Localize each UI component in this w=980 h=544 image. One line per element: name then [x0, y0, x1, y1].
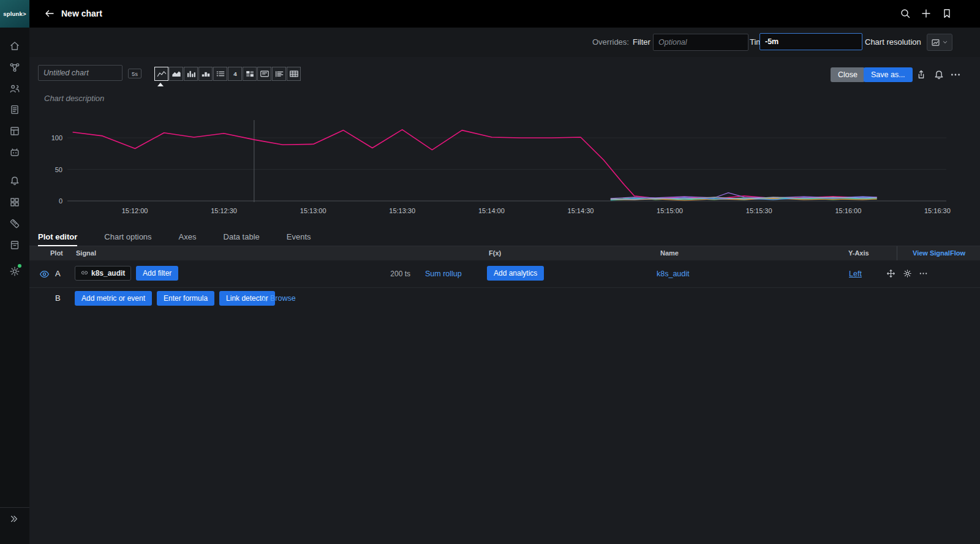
- chart-frame-icon: [931, 38, 940, 47]
- chart-type-single-value-icon[interactable]: 4: [228, 67, 242, 81]
- tab-plot-editor[interactable]: Plot editor: [38, 229, 77, 246]
- chart-type-text-icon[interactable]: [257, 67, 271, 81]
- rollup-link[interactable]: Sum rollup: [425, 260, 462, 287]
- time-range-input[interactable]: [760, 33, 862, 50]
- sidebar-item-settings[interactable]: [0, 261, 29, 282]
- chart-type-heatmap-icon[interactable]: [243, 67, 257, 81]
- link-icon: [81, 270, 88, 277]
- svg-text:15:16:30: 15:16:30: [924, 207, 951, 214]
- header-signal: Signal: [76, 246, 96, 260]
- filter-input[interactable]: [653, 34, 748, 51]
- header-yaxis: Y-Axis: [848, 246, 869, 260]
- resolution-badge: 5s: [128, 69, 141, 78]
- svg-text:15:15:00: 15:15:00: [657, 207, 683, 214]
- signal-name-link[interactable]: k8s_audit: [657, 260, 690, 287]
- yaxis-left-link[interactable]: Left: [849, 260, 862, 287]
- top-bar: New chart: [29, 0, 980, 28]
- bell-icon[interactable]: [933, 69, 944, 80]
- tab-events[interactable]: Events: [287, 229, 311, 246]
- svg-text:15:16:00: 15:16:00: [835, 207, 861, 214]
- browse-label: Browse: [270, 294, 296, 303]
- sidebar-item-data-management[interactable]: [0, 235, 29, 255]
- tab-axes[interactable]: Axes: [179, 229, 197, 246]
- svg-text:15:13:00: 15:13:00: [300, 207, 326, 214]
- page-title: New chart: [61, 0, 102, 28]
- sidebar-item-metrics[interactable]: [0, 192, 29, 213]
- add-metric-or-event-button[interactable]: Add metric or event: [75, 291, 152, 306]
- tab-data-table[interactable]: Data table: [224, 229, 260, 246]
- chart-canvas[interactable]: 05010015:12:0015:12:3015:13:0015:13:3015…: [37, 115, 953, 221]
- signal-chip[interactable]: k8s_audit: [75, 266, 131, 281]
- plus-icon[interactable]: [921, 8, 932, 19]
- chart-title-input[interactable]: [38, 65, 123, 81]
- add-analytics-button[interactable]: Add analytics: [487, 266, 544, 281]
- svg-text:100: 100: [51, 134, 62, 142]
- filter-label: Filter: [633, 28, 650, 57]
- sidebar-item-synthetics[interactable]: [0, 142, 29, 163]
- enter-formula-button[interactable]: Enter formula: [157, 291, 214, 306]
- splunk-logo[interactable]: splunk>: [0, 0, 29, 28]
- chart-type-line-icon[interactable]: [154, 67, 168, 81]
- close-button[interactable]: Close: [831, 67, 865, 82]
- header-fx: F(x): [489, 246, 501, 260]
- svg-text:15:12:00: 15:12:00: [122, 207, 148, 214]
- svg-text:50: 50: [55, 166, 62, 173]
- notification-dot: [18, 264, 21, 268]
- svg-text:4: 4: [233, 70, 237, 77]
- plot-table-header: Plot Signal F(x) Name Y-Axis View Signal…: [29, 246, 980, 260]
- plot-row-a: A k8s_audit Add filter 200 ts Sum rollup…: [29, 260, 980, 288]
- timeseries-count: 200 ts: [372, 260, 410, 287]
- search-icon[interactable]: [900, 8, 911, 19]
- svg-text:15:13:30: 15:13:30: [389, 207, 415, 214]
- view-signalflow-link[interactable]: View SignalFlow: [897, 246, 980, 260]
- magnifier-icon: [260, 295, 268, 303]
- chart-editor: 5s 4 Close Save as... Chart description …: [29, 57, 980, 544]
- signal-chip-label: k8s_audit: [91, 269, 125, 278]
- browse-link[interactable]: Browse: [260, 287, 296, 309]
- plot-more-options-icon[interactable]: [919, 269, 928, 278]
- plot-letter-b: B: [55, 287, 61, 309]
- more-options-icon[interactable]: [950, 69, 961, 80]
- move-handle-icon[interactable]: [886, 269, 895, 278]
- chart-type-column-icon[interactable]: [184, 67, 198, 81]
- add-filter-button[interactable]: Add filter: [136, 266, 178, 281]
- chart-resolution-button[interactable]: [927, 34, 952, 51]
- svg-text:0: 0: [59, 197, 62, 205]
- bookmark-icon[interactable]: [941, 8, 952, 19]
- overrides-bar: Overrides: Filter Time Chart resolution: [29, 28, 980, 58]
- chart-type-area-icon[interactable]: [169, 67, 183, 81]
- chart-type-event-feed-icon[interactable]: [272, 67, 286, 81]
- sidebar-expand-icon[interactable]: [9, 514, 19, 524]
- plot-settings-gear-icon[interactable]: [903, 269, 912, 278]
- sidebar-item-alerts[interactable]: [0, 170, 29, 191]
- sidebar-item-logs[interactable]: [0, 99, 29, 120]
- header-name: Name: [660, 246, 679, 260]
- save-as-button[interactable]: Save as...: [864, 67, 913, 82]
- overrides-label: Overrides:: [592, 28, 629, 57]
- chart-description-placeholder[interactable]: Chart description: [44, 94, 104, 103]
- share-icon[interactable]: [916, 69, 927, 80]
- chevron-down-icon: [942, 39, 948, 45]
- selected-type-caret: [157, 83, 164, 86]
- chart-type-list-icon[interactable]: [213, 67, 227, 81]
- chart-type-histogram-icon[interactable]: [198, 67, 213, 81]
- sidebar-item-dashboards[interactable]: [0, 121, 29, 142]
- header-plot: Plot: [50, 246, 63, 260]
- svg-text:15:14:00: 15:14:00: [478, 207, 505, 214]
- sidebar-item-apm[interactable]: [0, 57, 29, 78]
- svg-text:15:12:30: 15:12:30: [211, 207, 237, 214]
- chart-resolution-label: Chart resolution: [865, 28, 921, 57]
- plot-row-b: B Add metric or event Enter formula Link…: [29, 287, 980, 309]
- plot-letter-a: A: [55, 260, 61, 287]
- chart-type-selector: 4: [154, 67, 301, 81]
- tab-chart-options[interactable]: Chart options: [104, 229, 151, 246]
- sidebar: splunk>: [0, 0, 29, 544]
- sidebar-item-home[interactable]: [0, 36, 29, 56]
- sidebar-item-infrastructure[interactable]: [0, 78, 29, 99]
- row-b-actions: Add metric or event Enter formula Link d…: [75, 291, 275, 306]
- sidebar-item-slo[interactable]: [0, 213, 29, 234]
- visibility-eye-icon[interactable]: [39, 269, 50, 279]
- chart-type-table-icon[interactable]: [287, 67, 301, 81]
- back-arrow-icon[interactable]: [44, 8, 55, 19]
- svg-text:15:15:30: 15:15:30: [746, 207, 772, 214]
